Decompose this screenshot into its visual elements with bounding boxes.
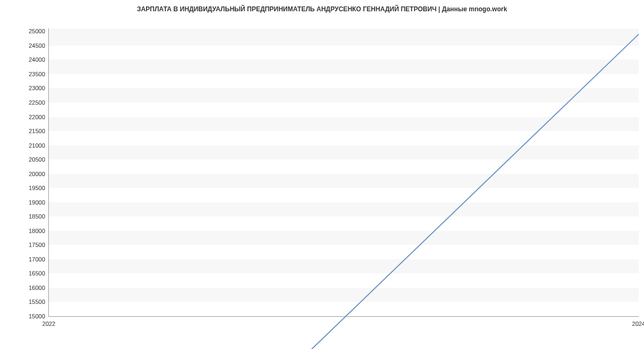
y-tick-label: 24500 — [28, 42, 45, 49]
y-tick-label: 18500 — [28, 213, 45, 220]
y-tick-label: 22500 — [28, 99, 45, 106]
y-tick-label: 20500 — [28, 156, 45, 163]
plot-area: 1500015500160001650017000175001800018500… — [48, 28, 639, 317]
y-tick-label: 17500 — [28, 242, 45, 248]
y-tick-label: 15000 — [28, 313, 45, 319]
y-tick-label: 16000 — [28, 285, 45, 291]
y-tick-label: 23500 — [28, 71, 45, 77]
y-tick-label: 18000 — [28, 228, 45, 234]
y-tick-label: 20000 — [28, 171, 45, 177]
y-tick-label: 21500 — [28, 128, 45, 134]
x-tick-label: 2024 — [632, 321, 644, 327]
chart-line-svg — [49, 28, 639, 349]
y-tick-label: 22000 — [28, 114, 45, 120]
y-tick-label: 15500 — [28, 299, 45, 305]
data-line — [49, 34, 639, 349]
y-tick-label: 17000 — [28, 256, 45, 263]
y-tick-label: 23000 — [28, 85, 45, 91]
y-tick-label: 16500 — [28, 270, 45, 277]
y-tick-label: 21000 — [28, 142, 45, 149]
y-tick-label: 19500 — [28, 185, 45, 191]
y-tick-label: 24000 — [28, 56, 45, 63]
y-tick-label: 19000 — [28, 199, 45, 206]
chart-container: 1500015500160001650017000175001800018500… — [27, 19, 639, 328]
chart-title: ЗАРПЛАТА В ИНДИВИДУАЛЬНЫЙ ПРЕДПРИНИМАТЕЛ… — [0, 0, 644, 13]
x-tick-label: 2022 — [42, 321, 55, 327]
y-tick-label: 25000 — [28, 28, 45, 34]
